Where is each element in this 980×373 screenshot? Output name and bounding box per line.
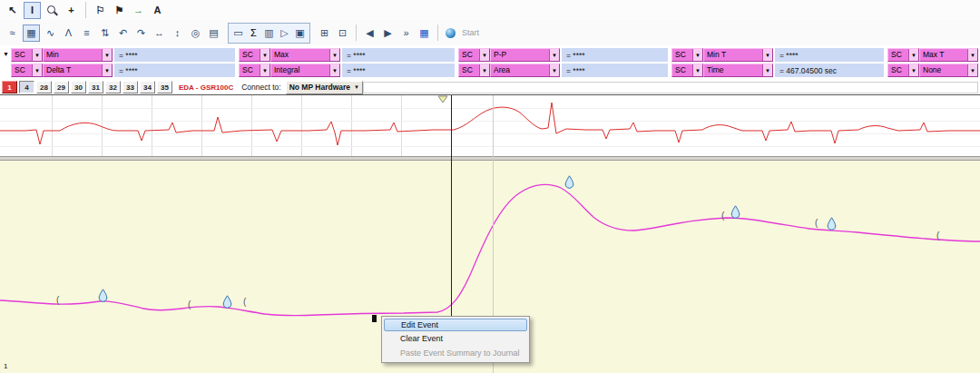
measurement-value: = ****	[775, 48, 884, 62]
next-event-icon[interactable]: →	[131, 3, 146, 18]
chevron-down-icon: ▼	[329, 49, 339, 61]
chevron-down-icon: ▼	[967, 64, 977, 76]
measurement-channel-select[interactable]: SC▼	[671, 48, 703, 62]
channel-button-34[interactable]: 34	[140, 81, 155, 93]
menu-item-clear-event[interactable]: Clear Event	[384, 331, 527, 346]
function-name: Max	[274, 51, 328, 59]
channel-button-28[interactable]: 28	[36, 81, 52, 93]
channel-button-31[interactable]: 31	[88, 81, 103, 93]
measurement-function-select[interactable]: Min▼	[43, 48, 113, 62]
display-grid-icon[interactable]: ▦	[416, 25, 432, 41]
add-display-icon[interactable]: ⊞	[317, 25, 332, 41]
channel-button-1[interactable]: 1	[2, 81, 17, 93]
channel-button-35[interactable]: 35	[157, 81, 172, 93]
fast-forward-icon[interactable]: »	[398, 25, 414, 41]
journal-icon[interactable]: ▣	[292, 25, 308, 41]
start-ball-icon	[446, 28, 456, 38]
cursor-arrow-icon[interactable]: ↖	[5, 3, 20, 18]
grid-display-icon[interactable]: ▦	[23, 25, 40, 42]
chevron-down-icon: ▼	[32, 64, 42, 76]
measurement-function-select[interactable]: Integral▼	[270, 64, 340, 77]
hardware-select-value: No MP Hardware	[289, 83, 350, 92]
menu-item-paste-event-summary[interactable]: Paste Event Summary to Journal	[384, 346, 527, 360]
measurement-function-select[interactable]: Area▼	[490, 64, 560, 77]
sum-icon[interactable]: Σ	[246, 25, 261, 41]
marker-icon[interactable]: ▷	[277, 25, 292, 41]
function-name: Time	[707, 66, 760, 74]
measurement-function-select[interactable]: Max T▼	[919, 48, 978, 62]
find-icon[interactable]: ◎	[188, 25, 203, 41]
spike-train-icon[interactable]: Λ	[61, 25, 76, 41]
play-icon[interactable]: ▶	[380, 25, 396, 41]
event-flag-icon[interactable]: ⚑	[112, 3, 127, 18]
measurement-cell: SC▼ Delta T▼ = ****	[11, 64, 235, 77]
measurement-boxes-icon[interactable]: ▭	[230, 25, 246, 41]
channel-bar: 1 4 28 29 30 31 32 33 34 35 EDA - GSR100…	[0, 80, 980, 94]
chevron-down-icon: ▼	[102, 64, 112, 76]
menu-item-edit-event[interactable]: Edit Event	[384, 319, 527, 331]
measurement-channel-select[interactable]: SC▼	[671, 64, 703, 77]
copy-icon[interactable]: ⊡	[335, 25, 350, 41]
eda-channel-plot[interactable]: (((((( 1 Edit Event Clear Event Paste Ev…	[0, 161, 980, 373]
event-context-menu: Edit Event Clear Event Paste Event Summa…	[381, 316, 530, 363]
data-table-icon[interactable]: ▥	[261, 25, 277, 41]
measurement-channel-select[interactable]: SC▼	[11, 64, 43, 77]
channel-code: SC	[242, 66, 258, 74]
zoom-tool-icon[interactable]	[44, 3, 60, 18]
selected-event-marker[interactable]	[372, 315, 377, 322]
collapse-measurements-icon[interactable]: ▼	[3, 51, 9, 57]
event-text-strip[interactable]	[363, 82, 978, 93]
measurement-function-select[interactable]: P-P▼	[490, 48, 560, 62]
crosshair-tool-icon[interactable]: +	[64, 3, 79, 18]
ibeam-tool-icon[interactable]: I	[24, 2, 41, 19]
chevron-down-icon: ▼	[354, 84, 359, 90]
channel-code: SC	[675, 51, 691, 59]
measurement-channel-select[interactable]: SC▼	[239, 64, 270, 77]
channel-button-30[interactable]: 30	[71, 81, 86, 93]
channel-code: SC	[462, 66, 477, 74]
measurement-function-select[interactable]: None▼	[919, 64, 978, 77]
stack-charts-icon[interactable]: ⇅	[97, 25, 113, 41]
measurement-function-select[interactable]: Time▼	[703, 64, 773, 77]
measurement-function-select[interactable]: Max▼	[270, 48, 340, 62]
measurement-channel-select[interactable]: SC▼	[458, 48, 490, 62]
measurement-value: = ****	[114, 48, 235, 62]
measurement-channel-select[interactable]: SC▼	[887, 48, 919, 62]
measurement-channel-select[interactable]: SC▼	[11, 48, 43, 62]
waveform-icon[interactable]: ∿	[43, 25, 58, 41]
measurement-value: = 467.04500 sec	[775, 64, 884, 77]
print-icon[interactable]: ▤	[206, 25, 221, 41]
channel-button-4[interactable]: 4	[19, 81, 34, 93]
vertical-autoscale-icon[interactable]: ↕	[170, 25, 185, 41]
ecg-channel-plot[interactable]	[0, 94, 980, 157]
event-flag-outline-icon[interactable]: ⚐	[93, 3, 108, 18]
measurement-value: = ****	[562, 64, 668, 77]
zoom-back-icon[interactable]: ↶	[115, 25, 131, 41]
measurement-cell: SC▼ Max T▼	[887, 48, 978, 62]
measurement-channel-select[interactable]: SC▼	[239, 48, 270, 62]
zoom-forward-icon[interactable]: ↷	[133, 25, 149, 41]
measurement-channel-select[interactable]: SC▼	[887, 64, 919, 77]
tile-windows-icon[interactable]: ≡	[79, 25, 94, 41]
start-button[interactable]: Start	[462, 28, 479, 37]
overlap-waves-icon[interactable]: ≈	[5, 25, 20, 41]
hardware-select[interactable]: No MP Hardware▼	[286, 81, 363, 94]
step-back-icon[interactable]: ◀	[362, 25, 377, 41]
measurement-channel-select[interactable]: SC▼	[458, 64, 490, 77]
measurement-cell: SC▼ Max▼ = ****	[239, 48, 455, 62]
display-toolbar: ≈ ▦ ∿ Λ ≡ ⇅ ↶ ↷ ↔ ↕ ◎ ▤ ▭ Σ ▥ ▷ ▣ ⊞ ⊡ ◀ …	[0, 20, 980, 46]
time-marker-icon[interactable]	[437, 95, 448, 103]
measurement-function-select[interactable]: Min T▼	[703, 48, 773, 62]
toolbar-separator	[356, 25, 357, 41]
channel-button-32[interactable]: 32	[105, 81, 121, 93]
horizontal-autoscale-icon[interactable]: ↔	[152, 25, 167, 41]
measurement-value: = ****	[342, 64, 455, 77]
chevron-down-icon: ▼	[908, 49, 918, 61]
measurement-panel: ▼ SC▼ Min▼ = **** SC▼ Max▼ = **** SC▼ P-…	[0, 45, 980, 80]
channel-button-33[interactable]: 33	[122, 81, 138, 93]
annotation-tool-icon[interactable]: A	[150, 3, 165, 18]
measurement-function-select[interactable]: Delta T▼	[43, 64, 113, 77]
function-name: Max T	[923, 51, 965, 59]
connect-to-label: Connect to:	[241, 83, 280, 92]
channel-button-29[interactable]: 29	[54, 81, 69, 93]
